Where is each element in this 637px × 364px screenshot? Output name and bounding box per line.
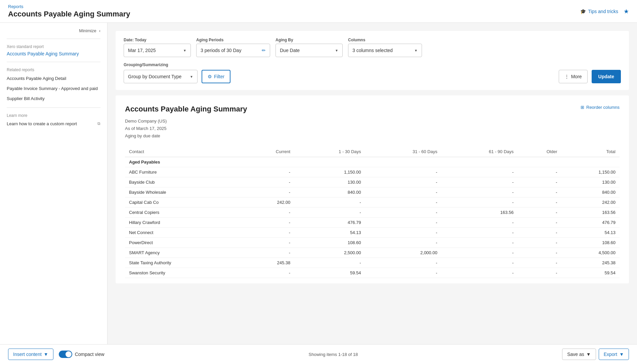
contact-cell[interactable]: Swanston Security: [125, 268, 242, 278]
aging-note: Aging by due date: [125, 132, 620, 140]
contact-cell[interactable]: Hillary Crawford: [125, 218, 242, 228]
current-cell: -: [242, 187, 295, 197]
total-cell: 108.60: [561, 238, 620, 248]
header-left: Reports Accounts Payable Aging Summary: [8, 4, 130, 18]
contact-cell[interactable]: PowerDirect: [125, 238, 242, 248]
total-cell: 476.79: [561, 218, 620, 228]
contact-cell[interactable]: Central Copiers: [125, 208, 242, 218]
aging-by-select[interactable]: Due Date ▼: [275, 44, 343, 57]
compact-view-toggle: Compact view: [59, 351, 104, 358]
report-title: Accounts Payable Aging Summary: [125, 105, 247, 113]
d1-30-cell: 54.13: [294, 228, 365, 238]
date-value: Mar 17, 2025: [128, 48, 156, 53]
columns-select[interactable]: 3 columns selected ▼: [348, 44, 422, 57]
d61-90-cell: -: [441, 167, 518, 177]
sidebar-item-ap-detail[interactable]: Accounts Payable Aging Detail: [7, 76, 100, 82]
learn-label: Learn more: [7, 113, 100, 118]
export-button[interactable]: Export ▼: [599, 349, 629, 360]
col-current: Current: [242, 146, 295, 157]
filter-bar: Date: Today Mar 17, 2025 ▼ Aging Periods…: [116, 31, 629, 90]
current-cell: -: [242, 238, 295, 248]
table-header: Contact Current 1 - 30 Days 31 - 60 Days…: [125, 146, 620, 157]
minimize-button[interactable]: Minimize ‹: [7, 28, 100, 39]
older-cell: -: [518, 218, 561, 228]
chevron-down-icon-5: ▼: [44, 352, 48, 357]
as-of-date: As of March 17, 2025: [125, 125, 620, 132]
more-button[interactable]: ⋮ More: [559, 70, 588, 83]
external-link-icon: ⧉: [97, 121, 100, 126]
update-button[interactable]: Update: [592, 70, 621, 83]
compact-toggle-switch[interactable]: [59, 351, 72, 358]
filter-button[interactable]: ⚙ Filter: [202, 70, 230, 83]
tips-label: Tips and tricks: [588, 9, 618, 14]
chevron-down-icon: ▼: [183, 49, 186, 52]
star-icon[interactable]: ★: [624, 8, 629, 15]
total-cell: 163.56: [561, 208, 620, 218]
columns-value: 3 columns selected: [352, 48, 393, 53]
sidebar-current-report[interactable]: Accounts Payable Aging Summary: [7, 51, 100, 62]
current-cell: 245.38: [242, 258, 295, 268]
d1-30-cell: 130.00: [294, 177, 365, 187]
tips-link[interactable]: 🎓 Tips and tricks: [580, 9, 618, 14]
sidebar-item-supplier-bill[interactable]: Supplier Bill Activity: [7, 96, 100, 102]
breadcrumb[interactable]: Reports: [8, 4, 130, 9]
table-row: SMART Agency-2,500.002,000.00--4,500.00: [125, 248, 620, 258]
contact-cell[interactable]: Net Connect: [125, 228, 242, 238]
current-cell: -: [242, 177, 295, 187]
d61-90-cell: -: [441, 248, 518, 258]
date-select[interactable]: Mar 17, 2025 ▼: [124, 44, 191, 57]
contact-cell[interactable]: State Taxing Authority: [125, 258, 242, 268]
older-cell: -: [518, 177, 561, 187]
sidebar-item-invoice-summary[interactable]: Payable Invoice Summary - Approved and p…: [7, 86, 100, 92]
d1-30-cell: 2,500.00: [294, 248, 365, 258]
action-buttons: ⋮ More Update: [559, 70, 621, 83]
xero-label: Xero standard report: [7, 44, 100, 49]
col-61-90: 61 - 90 Days: [441, 146, 518, 157]
d1-30-cell: -: [294, 197, 365, 208]
contact-cell[interactable]: ABC Furniture: [125, 167, 242, 177]
chevron-down-icon-2: ▼: [335, 49, 338, 52]
aging-table: Contact Current 1 - 30 Days 31 - 60 Days…: [125, 146, 620, 278]
showing-items: Showing items 1-18 of 18: [110, 352, 557, 357]
section-title: Aged Payables: [125, 157, 620, 167]
table-row: Net Connect-54.13---54.13: [125, 228, 620, 238]
total-cell: 242.00: [561, 197, 620, 208]
older-cell: -: [518, 167, 561, 177]
table-body: Aged Payables ABC Furniture-1,150.00---1…: [125, 157, 620, 278]
showing-label: Showing items 1-18 of 18: [309, 352, 358, 357]
d1-30-cell: 59.54: [294, 268, 365, 278]
aging-periods-group: Aging Periods 3 periods of 30 Day ✏: [196, 38, 270, 57]
reorder-columns-button[interactable]: ⊞ Reorder columns: [581, 105, 620, 110]
graduation-icon: 🎓: [580, 9, 586, 14]
table-row: Swanston Security-59.54---59.54: [125, 268, 620, 278]
current-cell: -: [242, 228, 295, 238]
chevron-down-icon-3: ▼: [414, 49, 418, 52]
save-as-label: Save as: [567, 352, 584, 357]
save-as-button[interactable]: Save as ▼: [562, 349, 596, 360]
current-cell: -: [242, 268, 295, 278]
aging-periods-value: 3 periods of 30 Day: [201, 48, 241, 53]
contact-cell[interactable]: Bayside Wholesale: [125, 187, 242, 197]
total-cell: 840.00: [561, 187, 620, 197]
grouping-label: Grouping/Summarizing: [124, 62, 198, 67]
insert-label: Insert content: [13, 352, 42, 357]
columns-icon: ⊞: [581, 105, 584, 110]
d61-90-cell: -: [441, 218, 518, 228]
contact-cell[interactable]: SMART Agency: [125, 248, 242, 258]
contact-cell[interactable]: Bayside Club: [125, 177, 242, 187]
section-header-row: Aged Payables: [125, 157, 620, 167]
learn-link[interactable]: Learn how to create a custom report ⧉: [7, 121, 100, 126]
insert-content-button[interactable]: Insert content ▼: [8, 349, 53, 360]
d1-30-cell: -: [294, 208, 365, 218]
current-cell: -: [242, 167, 295, 177]
main-layout: Minimize ‹ Xero standard report Accounts…: [0, 23, 637, 363]
related-label: Related reports: [7, 67, 100, 72]
contact-cell[interactable]: Capital Cab Co: [125, 197, 242, 208]
reorder-label: Reorder columns: [586, 105, 620, 110]
content-area: Date: Today Mar 17, 2025 ▼ Aging Periods…: [108, 23, 637, 363]
aging-periods-select[interactable]: 3 periods of 30 Day ✏: [196, 44, 270, 57]
header-right: 🎓 Tips and tricks ★: [580, 8, 629, 15]
group-by-select[interactable]: Group by Document Type ▼: [124, 70, 198, 83]
pencil-icon[interactable]: ✏: [262, 48, 266, 53]
filter-icon: ⚙: [208, 74, 212, 79]
